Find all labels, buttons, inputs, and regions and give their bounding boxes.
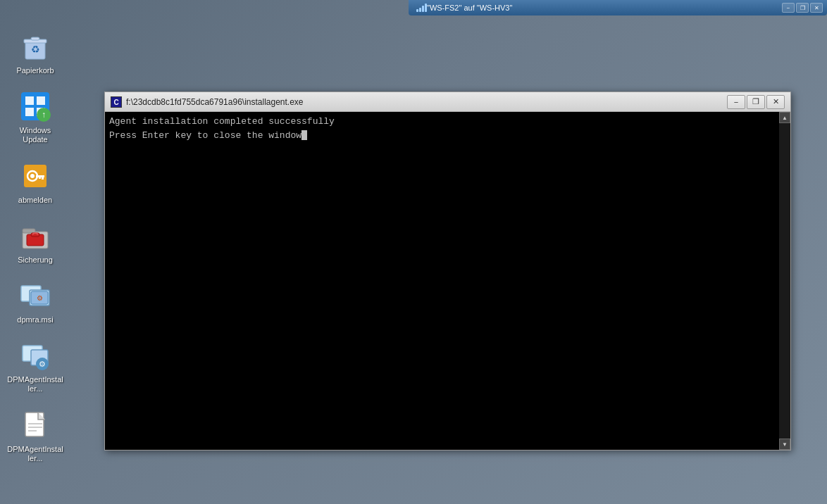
rdp-restore-button[interactable]: ❐ bbox=[796, 3, 809, 13]
dpmagent2-icon bbox=[18, 408, 52, 442]
cmd-titlebar-left: C f:\23dcdb8c1fd755dca6791a96\installage… bbox=[111, 96, 304, 108]
recycle-bin-icon: ♻ bbox=[18, 30, 52, 63]
cmd-window: C f:\23dcdb8c1fd755dca6791a96\installage… bbox=[104, 92, 791, 451]
rdp-topbar-left: "WS-FS2" auf "WS-HV3" bbox=[413, 4, 512, 12]
sicherung-icon bbox=[18, 219, 52, 253]
dpmagent1-label: DPMAgentInstaller... bbox=[7, 375, 63, 393]
svg-rect-18 bbox=[42, 175, 44, 179]
cmd-content: Agent installation completed successfull… bbox=[105, 112, 790, 450]
svg-rect-10 bbox=[25, 108, 34, 116]
windows-update-label: Windows Update bbox=[7, 126, 63, 144]
desktop-icon-dpmagent2[interactable]: DPMAgentInstaller... bbox=[7, 408, 63, 463]
rdp-close-button[interactable]: ✕ bbox=[810, 3, 823, 13]
svg-point-16 bbox=[30, 174, 35, 178]
svg-text:⚙: ⚙ bbox=[39, 360, 46, 368]
cmd-minimize-button[interactable]: − bbox=[727, 95, 745, 109]
cmd-titlebar[interactable]: C f:\23dcdb8c1fd755dca6791a96\installage… bbox=[105, 92, 790, 112]
dpmra-label: dpmra.msi bbox=[17, 315, 53, 325]
svg-rect-5 bbox=[31, 37, 39, 40]
svg-text:↑: ↑ bbox=[42, 110, 46, 120]
cmd-scroll-down-button[interactable]: ▼ bbox=[779, 439, 790, 450]
desktop-icon-abmelden[interactable]: abmelden bbox=[7, 159, 63, 205]
abmelden-icon bbox=[18, 159, 52, 193]
rdp-window-controls: − ❐ ✕ bbox=[782, 3, 823, 13]
cmd-scroll-track bbox=[779, 134, 790, 439]
svg-rect-8 bbox=[25, 96, 34, 105]
dpmagent2-label: DPMAgentInstaller... bbox=[7, 445, 63, 463]
windows-update-icon: ↑ bbox=[18, 89, 52, 123]
cmd-cursor bbox=[301, 130, 307, 140]
cmd-title-icon: C bbox=[111, 96, 122, 108]
rdp-minimize-button[interactable]: − bbox=[782, 3, 795, 13]
desktop: ♻ Papierkorb ↑ Windows Update bbox=[0, 15, 92, 504]
rdp-icon bbox=[413, 4, 424, 12]
cmd-output: Agent installation completed successfull… bbox=[109, 115, 786, 142]
desktop-icon-recycle-bin[interactable]: ♻ Papierkorb bbox=[7, 30, 63, 75]
cmd-title-text: f:\23dcdb8c1fd755dca6791a96\installagent… bbox=[126, 97, 304, 107]
cmd-scroll-up-button[interactable]: ▲ bbox=[779, 112, 790, 123]
cmd-close-button[interactable]: ✕ bbox=[766, 95, 785, 109]
cmd-scrollbar[interactable]: ▲ ▼ bbox=[779, 112, 790, 450]
sicherung-label: Sicherung bbox=[18, 256, 53, 265]
svg-text:⚙: ⚙ bbox=[37, 294, 43, 302]
abmelden-label: abmelden bbox=[18, 196, 52, 205]
rdp-topbar: "WS-FS2" auf "WS-HV3" − ❐ ✕ bbox=[409, 0, 827, 15]
svg-rect-19 bbox=[39, 175, 41, 179]
recycle-bin-label: Papierkorb bbox=[16, 66, 54, 75]
cmd-restore-button[interactable]: ❐ bbox=[747, 95, 765, 109]
dpmagent1-icon: ⚙ bbox=[18, 339, 52, 372]
svg-rect-9 bbox=[37, 96, 45, 105]
svg-rect-21 bbox=[23, 229, 35, 233]
svg-text:♻: ♻ bbox=[31, 44, 40, 55]
desktop-icon-dpmra[interactable]: ⚙ dpmra.msi bbox=[7, 279, 63, 325]
desktop-icon-windows-update[interactable]: ↑ Windows Update bbox=[7, 89, 63, 144]
svg-text:C: C bbox=[113, 99, 118, 106]
desktop-icon-sicherung[interactable]: Sicherung bbox=[7, 219, 63, 265]
dpmra-icon: ⚙ bbox=[18, 279, 52, 313]
desktop-icon-dpmagent1[interactable]: ⚙ DPMAgentInstaller... bbox=[7, 339, 63, 393]
rdp-topbar-title: "WS-FS2" auf "WS-HV3" bbox=[427, 4, 512, 12]
cmd-window-controls: − ❐ ✕ bbox=[727, 95, 785, 109]
